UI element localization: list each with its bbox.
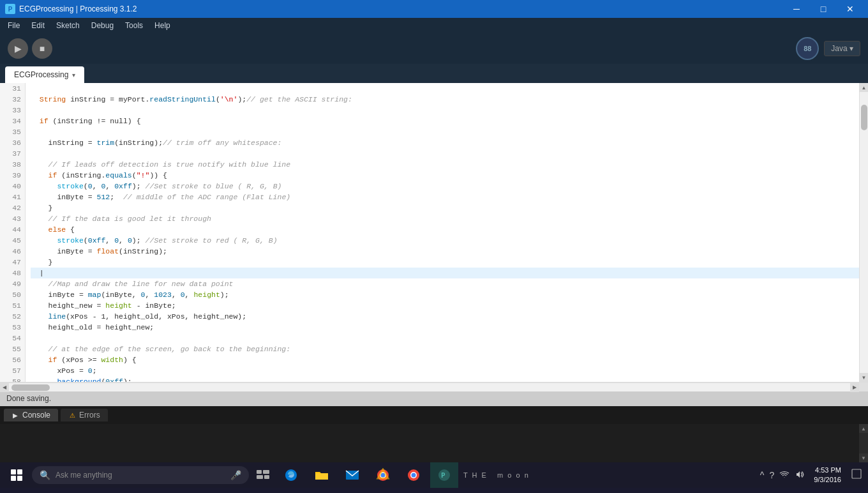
code-line bbox=[31, 105, 863, 116]
stop-button[interactable]: ■ bbox=[32, 38, 52, 59]
line-number: 31 bbox=[0, 83, 25, 94]
taskbar-chrome2-icon[interactable] bbox=[400, 462, 428, 488]
menu-edit[interactable]: Edit bbox=[26, 20, 50, 31]
line-number: 45 bbox=[0, 235, 25, 246]
start-button[interactable] bbox=[4, 462, 29, 488]
title-bar-left: P ECGProcessing | Processing 3.1.2 bbox=[5, 4, 137, 14]
code-line bbox=[31, 148, 863, 159]
line-number: 48 bbox=[0, 268, 25, 278]
tray-question-icon[interactable]: ? bbox=[768, 469, 775, 482]
errors-tab-label: Errors bbox=[79, 411, 100, 420]
toolbar-left: ▶ ■ bbox=[8, 38, 52, 59]
bottom-tabs-bar: ▶ Console ⚠ Errors bbox=[0, 406, 868, 424]
line-number: 55 bbox=[0, 344, 25, 354]
svg-point-10 bbox=[412, 473, 416, 478]
moon-text: T H E m o o n bbox=[463, 471, 530, 479]
app-icon: P bbox=[5, 4, 15, 14]
line-number: 32 bbox=[0, 94, 25, 105]
line-number: 43 bbox=[0, 213, 25, 224]
editor-tab[interactable]: ECGProcessing ▾ bbox=[5, 66, 84, 83]
maximize-button[interactable]: □ bbox=[811, 0, 836, 18]
code-line: xPos = 0; bbox=[31, 365, 863, 376]
line-number: 34 bbox=[0, 116, 25, 126]
play-button[interactable]: ▶ bbox=[8, 38, 28, 59]
tray-chevron[interactable]: ^ bbox=[759, 469, 766, 482]
code-line: if (inString != null) { bbox=[31, 116, 863, 126]
scroll-up-arrow[interactable]: ▲ bbox=[860, 83, 869, 92]
line-number: 51 bbox=[0, 300, 25, 311]
tab-dropdown-arrow[interactable]: ▾ bbox=[72, 72, 75, 79]
taskbar-edge-icon[interactable] bbox=[277, 462, 305, 488]
line-number: 54 bbox=[0, 333, 25, 344]
taskbar-processing-icon[interactable]: P bbox=[430, 462, 458, 488]
scrollbar-row: ◀ ▶ bbox=[0, 382, 868, 391]
line-number: 38 bbox=[0, 159, 25, 170]
tab-bar: ECGProcessing ▾ bbox=[0, 64, 868, 83]
window-title: ECGProcessing | Processing 3.1.2 bbox=[19, 4, 137, 13]
menu-file[interactable]: File bbox=[3, 20, 25, 31]
speaker-icon[interactable] bbox=[793, 469, 806, 482]
taskbar-mail-icon[interactable] bbox=[338, 462, 366, 488]
menu-sketch[interactable]: Sketch bbox=[51, 20, 85, 31]
logo-button[interactable]: 88 bbox=[796, 37, 819, 60]
task-view-button[interactable] bbox=[251, 462, 274, 488]
minimize-button[interactable]: ─ bbox=[784, 0, 809, 18]
line-number: 49 bbox=[0, 278, 25, 289]
svg-rect-13 bbox=[852, 469, 861, 478]
errors-tab[interactable]: ⚠ Errors bbox=[61, 409, 108, 421]
bottom-scroll-down[interactable]: ▼ bbox=[859, 453, 868, 462]
scroll-down-arrow[interactable]: ▼ bbox=[860, 373, 869, 382]
menu-debug[interactable]: Debug bbox=[86, 20, 119, 31]
scroll-right-arrow[interactable]: ▶ bbox=[850, 383, 859, 392]
taskbar-folder-icon[interactable] bbox=[308, 462, 336, 488]
code-line: | bbox=[31, 268, 863, 278]
taskbar-chrome1-icon[interactable] bbox=[369, 462, 397, 488]
bottom-scroll-up[interactable]: ▲ bbox=[859, 424, 868, 433]
vertical-scrollbar[interactable]: ▲ ▼ bbox=[859, 83, 868, 382]
wifi-icon[interactable] bbox=[778, 469, 791, 482]
close-button[interactable]: ✕ bbox=[837, 0, 863, 18]
search-bar[interactable]: 🔍 Ask me anything 🎤 bbox=[32, 466, 249, 484]
svg-rect-0 bbox=[257, 470, 262, 474]
line-number: 58 bbox=[0, 376, 25, 382]
bottom-panel: ▶ Console ⚠ Errors ▲ ▼ bbox=[0, 406, 868, 462]
h-scroll-thumb[interactable] bbox=[11, 384, 50, 391]
bottom-vscroll[interactable]: ▲ ▼ bbox=[859, 424, 868, 462]
svg-rect-3 bbox=[264, 475, 269, 479]
toolbar-right: 88 Java ▾ bbox=[796, 37, 860, 60]
scroll-left-arrow[interactable]: ◀ bbox=[0, 383, 9, 392]
scroll-thumb[interactable] bbox=[861, 105, 867, 130]
code-line bbox=[31, 126, 863, 137]
editor-area: 3132333435363738394041424344454647484950… bbox=[0, 83, 868, 382]
bottom-content: ▲ ▼ bbox=[0, 424, 868, 462]
notification-button[interactable] bbox=[849, 467, 864, 483]
menu-tools[interactable]: Tools bbox=[120, 20, 148, 31]
console-tab[interactable]: ▶ Console bbox=[4, 409, 58, 421]
code-line: //Map and draw the line for new data poi… bbox=[31, 278, 863, 289]
code-line: stroke(0xff, 0, 0); //Set stroke to red … bbox=[31, 235, 863, 246]
line-number: 52 bbox=[0, 311, 25, 322]
system-clock[interactable]: 4:53 PM 9/3/2016 bbox=[810, 466, 845, 485]
microphone-icon[interactable]: 🎤 bbox=[230, 470, 241, 480]
code-editor[interactable]: String inString = myPort.readStringUntil… bbox=[26, 83, 868, 382]
code-line: height_old = height_new; bbox=[31, 322, 863, 333]
taskbar: 🔍 Ask me anything 🎤 bbox=[0, 462, 868, 488]
window-controls[interactable]: ─ □ ✕ bbox=[784, 0, 863, 18]
code-line: height_new = height - inByte; bbox=[31, 300, 863, 311]
code-line: if (xPos >= width) { bbox=[31, 354, 863, 365]
title-bar: P ECGProcessing | Processing 3.1.2 ─ □ ✕ bbox=[0, 0, 868, 18]
code-line: inByte = float(inString); bbox=[31, 246, 863, 257]
status-bar: Done saving. bbox=[0, 391, 868, 406]
code-line: background(0xff); bbox=[31, 376, 863, 382]
horizontal-scrollbar[interactable]: ◀ ▶ bbox=[0, 383, 859, 391]
code-line: inByte = 512; // middle of the ADC range… bbox=[31, 192, 863, 202]
code-line: } bbox=[31, 202, 863, 213]
code-line: inByte = map(inByte, 0, 1023, 0, height)… bbox=[31, 289, 863, 300]
windows-logo-icon bbox=[11, 469, 22, 481]
code-line: // at the edge of the screen, go back to… bbox=[31, 344, 863, 354]
java-mode-button[interactable]: Java ▾ bbox=[824, 41, 860, 56]
status-text: Done saving. bbox=[6, 394, 51, 403]
tab-name: ECGProcessing bbox=[14, 70, 68, 79]
menu-help[interactable]: Help bbox=[149, 20, 176, 31]
code-line: String inString = myPort.readStringUntil… bbox=[31, 94, 863, 105]
